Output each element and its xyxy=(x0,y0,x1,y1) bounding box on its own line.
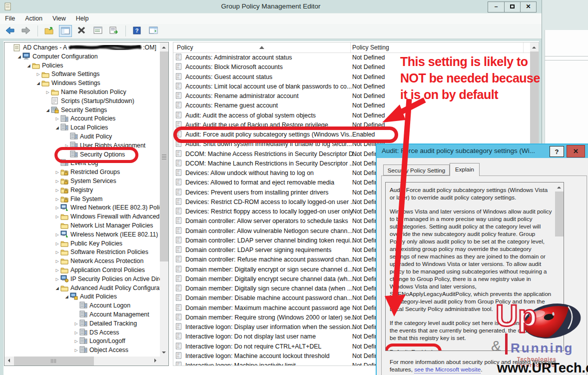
expand-icon[interactable]: ▷ xyxy=(73,337,79,346)
column-divider[interactable] xyxy=(350,42,351,52)
collapse-icon[interactable]: ◢ xyxy=(54,124,60,132)
tree-item[interactable]: ▷Software Settings xyxy=(4,70,160,79)
tree-item[interactable]: Audit Policy xyxy=(4,132,160,142)
menu-action[interactable]: Action xyxy=(20,14,47,24)
tree-vertical-scrollbar[interactable] xyxy=(160,42,168,356)
expand-icon[interactable]: ▷ xyxy=(54,177,60,186)
tree-item[interactable]: ▷Application Control Policies xyxy=(4,266,160,275)
tree-item[interactable]: Network List Manager Policies xyxy=(4,222,160,230)
tree-item[interactable]: ▷Software Restriction Policies xyxy=(4,248,160,257)
tree-item[interactable]: Account Management xyxy=(4,310,160,320)
properties-icon[interactable] xyxy=(91,25,104,37)
expand-icon[interactable]: ▷ xyxy=(54,114,60,124)
tree-item[interactable]: ▷Name Resolution Policy xyxy=(4,88,160,97)
expand-icon[interactable]: ▷ xyxy=(54,168,60,177)
forward-icon[interactable] xyxy=(19,25,32,37)
tree-item[interactable]: ◢Local Policies xyxy=(4,124,160,132)
dialog-close-icon[interactable]: ✕ xyxy=(567,145,585,158)
tree-item[interactable]: ▷Network Access Protection xyxy=(4,257,160,266)
title-bar[interactable]: Group Policy Management Editor – ✕ xyxy=(0,0,542,13)
tree-item[interactable]: ▷Windows Firewall with Advanced Sec xyxy=(4,212,160,222)
expand-icon[interactable]: ▷ xyxy=(54,240,60,248)
tree-item[interactable]: Event Log xyxy=(4,159,160,168)
expand-icon[interactable]: ▷ xyxy=(54,275,60,284)
policy-row[interactable]: 1001Audit: Audit the use of Backup and R… xyxy=(173,120,530,130)
tree-scrollbar-thumb[interactable] xyxy=(14,356,94,366)
expand-icon[interactable]: ▷ xyxy=(54,204,60,212)
expand-icon[interactable]: ▷ xyxy=(54,230,60,240)
policy-row[interactable]: 1001Audit: Force audit policy subcategor… xyxy=(173,130,530,140)
tree-item[interactable]: ◢Advanced Audit Policy Configuration xyxy=(4,284,160,293)
scroll-down-icon[interactable] xyxy=(160,348,168,356)
tree-item[interactable]: ▷Object Access xyxy=(4,346,160,355)
tree-item[interactable]: ▷Logon/Logoff xyxy=(4,337,160,346)
delete-icon[interactable] xyxy=(75,25,88,37)
back-icon[interactable] xyxy=(3,25,16,37)
tree-item[interactable]: Account Logon xyxy=(4,302,160,310)
dialog-title-bar[interactable]: Audit: Force audit policy subcategory se… xyxy=(377,144,588,158)
tree-item[interactable]: ▷IP Security Policies on Active Director xyxy=(4,275,160,284)
tree-item[interactable]: ▷Registry xyxy=(4,186,160,195)
menu-view[interactable]: View xyxy=(47,14,71,24)
scroll-up-icon[interactable] xyxy=(555,182,564,191)
menu-file[interactable]: File xyxy=(0,14,20,24)
scroll-up-icon[interactable] xyxy=(530,42,539,51)
tree-item[interactable]: ▷Detailed Tracking xyxy=(4,320,160,328)
maximize-icon[interactable] xyxy=(504,2,520,12)
column-divider[interactable] xyxy=(523,42,524,52)
tree-item[interactable]: ▷Public Key Policies xyxy=(4,240,160,248)
tree-item[interactable]: ◢Computer Configuration xyxy=(4,52,160,62)
tree-item[interactable]: ▷System Services xyxy=(4,177,160,186)
tree-item[interactable]: ▷File System xyxy=(4,195,160,204)
expand-icon[interactable]: ▷ xyxy=(63,142,70,150)
tree-item[interactable]: ◢Policies xyxy=(4,62,160,70)
help-icon[interactable]: ? xyxy=(130,25,143,37)
minimize-icon[interactable]: – xyxy=(488,2,504,12)
expand-icon[interactable]: ▷ xyxy=(54,186,60,195)
collapse-icon[interactable]: ◢ xyxy=(35,79,41,88)
expand-icon[interactable]: ▷ xyxy=(54,266,60,275)
export-list-icon[interactable] xyxy=(107,25,120,37)
collapse-icon[interactable]: ◢ xyxy=(54,284,60,293)
show-action-pane-icon[interactable] xyxy=(147,25,160,37)
microsoft-website-link[interactable]: see the Microsoft website xyxy=(414,366,481,374)
tab-security-policy-setting[interactable]: Security Policy Setting xyxy=(383,164,450,176)
explain-scrollbar-thumb[interactable] xyxy=(555,192,564,236)
scroll-left-icon[interactable] xyxy=(4,356,13,366)
close-icon[interactable]: ✕ xyxy=(520,2,536,12)
show-console-tree-icon[interactable] xyxy=(59,25,72,37)
scroll-up-icon[interactable] xyxy=(160,42,168,51)
collapse-icon[interactable]: ◢ xyxy=(63,292,70,302)
collapse-icon[interactable]: ◢ xyxy=(16,52,22,62)
tree-item[interactable]: ▷Account Policies xyxy=(4,114,160,124)
tree-item[interactable]: ▷Wireless Network (IEEE 802.11) Policie xyxy=(4,230,160,240)
tree-item[interactable]: ▷DS Access xyxy=(4,328,160,338)
expand-icon[interactable]: ▷ xyxy=(54,195,60,204)
expand-icon[interactable]: ▷ xyxy=(35,70,41,79)
expand-icon[interactable]: ▷ xyxy=(73,346,79,355)
tree-item[interactable]: ◢Windows Settings xyxy=(4,79,160,88)
expand-icon[interactable]: ▷ xyxy=(73,320,79,328)
tree-scrollbar-thumb[interactable] xyxy=(160,52,168,262)
up-folder-icon[interactable] xyxy=(42,25,55,37)
scroll-right-icon[interactable] xyxy=(151,356,160,366)
policy-row[interactable]: 1001Audit: Audit the access of global sy… xyxy=(173,111,530,120)
expand-icon[interactable]: ▷ xyxy=(54,257,60,266)
tree-item[interactable]: Scripts (Startup/Shutdown) xyxy=(4,97,160,106)
expand-icon[interactable]: ▷ xyxy=(54,212,60,222)
column-header-policy-setting[interactable]: Policy Setting xyxy=(352,44,389,51)
explain-scrollbar[interactable] xyxy=(555,182,564,350)
collapse-icon[interactable]: ◢ xyxy=(25,62,32,70)
tree-item[interactable]: ▷Restricted Groups xyxy=(4,168,160,177)
expand-icon[interactable]: ▷ xyxy=(73,328,79,338)
tree-item[interactable]: ◢Security Settings xyxy=(4,106,160,115)
tree-item[interactable]: ◢Audit Policies xyxy=(4,292,160,302)
tree-item[interactable]: ▷Wired Network (IEEE 802.3) Policies xyxy=(4,204,160,212)
expand-icon[interactable]: ▷ xyxy=(44,88,51,97)
tab-explain[interactable]: Explain xyxy=(450,163,480,176)
tree-item[interactable]: AD Changes - A:OM] xyxy=(4,44,160,52)
tree-item[interactable]: ▷User Rights Assignment xyxy=(4,142,160,150)
tree-horizontal-scrollbar[interactable] xyxy=(4,356,168,366)
column-header-policy[interactable]: Policy xyxy=(177,44,193,51)
scroll-down-icon[interactable] xyxy=(555,342,564,350)
